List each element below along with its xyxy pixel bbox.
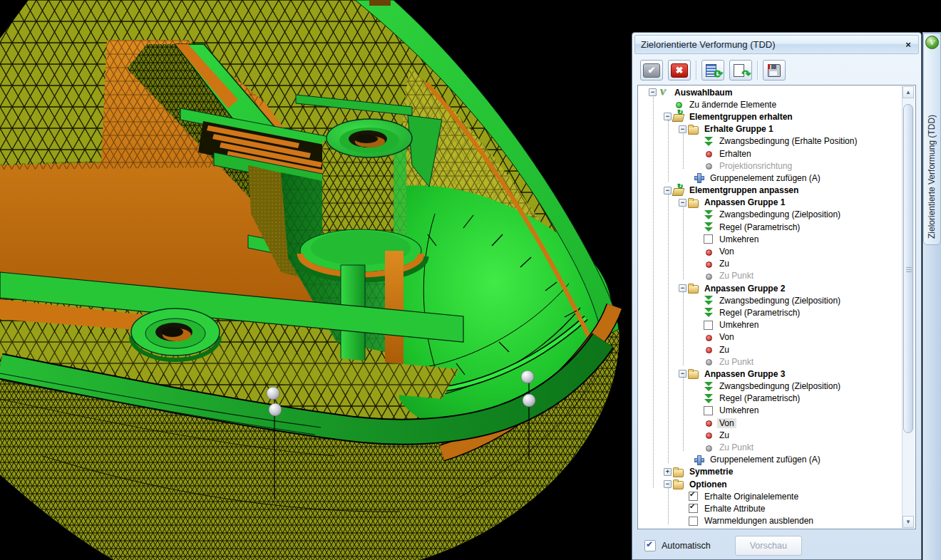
tree-item-zwangsbedingung-zielposition[interactable]: Zwangsbedingung (Zielposition)	[639, 294, 903, 306]
tree-item-zu[interactable]: Zu	[639, 343, 903, 356]
tree-item-zu-punkt[interactable]: Zu Punkt	[639, 441, 903, 453]
folder-icon	[688, 368, 699, 379]
tree-item-von[interactable]: Von	[639, 417, 903, 429]
chevrons-icon	[703, 295, 714, 306]
handle-sphere[interactable]	[521, 370, 534, 383]
tdd-dialog-panel: Zielorientierte Verformung (TDD) × ✔ ✖ ⟳…	[632, 32, 922, 560]
tree-indent-spacer	[694, 357, 703, 366]
tree-item-label: Zu ändernde Elemente	[687, 100, 778, 110]
collapse-icon[interactable]: −	[679, 370, 687, 378]
tree-item-symmetrie[interactable]: +Symmetrie	[639, 466, 903, 478]
tdd-side-tab[interactable]: Zielorientierte Verformung (TDD)	[923, 33, 941, 245]
tree-guide-line	[653, 95, 654, 487]
preview-button[interactable]: Vorschau	[735, 536, 802, 556]
page-arrow-icon: ↷	[733, 63, 749, 78]
tree-item-label: Optionen	[687, 479, 729, 489]
tree-item-label: Zwangsbedingung (Erhalte Position)	[717, 136, 859, 146]
close-icon[interactable]: ×	[901, 38, 915, 51]
tree-indent-spacer	[694, 259, 703, 269]
cancel-button[interactable]: ✖	[668, 60, 691, 81]
red-x-icon: ✖	[671, 63, 688, 78]
tree-indent-spacer	[694, 345, 703, 354]
tree-item-zwangsbedingung-zielposition[interactable]: Zwangsbedingung (Zielposition)	[639, 209, 903, 221]
tree-item-anpassen-gruppe-3[interactable]: −Anpassen Gruppe 3	[639, 368, 903, 380]
tree-item-gruppenelement-zufügen-a[interactable]: Gruppenelement zufügen (A)	[639, 454, 903, 466]
tree-indent-spacer	[694, 333, 703, 342]
tree-item-erhalte-gruppe-1[interactable]: −Erhalte Gruppe 1	[639, 123, 903, 135]
tree-item-label: Regel (Parametrisch)	[717, 393, 802, 403]
tree-item-regel-parametrisch[interactable]: Regel (Parametrisch)	[639, 221, 903, 233]
tree-item-regel-parametrisch[interactable]: Regel (Parametrisch)	[639, 393, 903, 405]
tree-item-label: Von	[717, 332, 736, 342]
tree-item-regel-parametrisch[interactable]: Regel (Parametrisch)	[639, 306, 903, 318]
folder-icon	[688, 197, 699, 208]
handle-sphere[interactable]	[523, 394, 535, 407]
chevrons-icon	[703, 222, 714, 232]
check-icon: ✔	[643, 63, 660, 78]
tree-item-auswahlbaum[interactable]: −Auswahlbaum	[639, 86, 903, 98]
dialog-titlebar[interactable]: Zielorientierte Verformung (TDD) ×	[634, 35, 919, 54]
tree-item-von[interactable]: Von	[639, 331, 903, 343]
tree-item-umkehren[interactable]: Umkehren	[639, 319, 903, 331]
checkbox-icon[interactable]	[703, 405, 714, 416]
dot-gray-icon	[703, 271, 714, 281]
tree-item-anpassen-gruppe-2[interactable]: −Anpassen Gruppe 2	[639, 282, 903, 294]
tree-item-zwangsbedingung-erhalte-position[interactable]: Zwangsbedingung (Erhalte Position)	[639, 135, 903, 147]
tree-item-zu[interactable]: Zu	[639, 258, 903, 270]
tree-item-erhalten[interactable]: Erhalten	[639, 147, 903, 160]
plus-icon	[694, 172, 705, 183]
tree-item-von[interactable]: Von	[639, 245, 903, 257]
tree-item-optionen[interactable]: −Optionen	[639, 478, 903, 490]
tree-item-elementgruppen-anpassen[interactable]: −Elementgruppen anpassen	[639, 185, 903, 197]
handle-sphere[interactable]	[267, 387, 279, 400]
tree-indent-spacer	[694, 149, 703, 158]
tree-scrollbar[interactable]: ▲ ▼	[902, 86, 915, 528]
tree-item-label: Regel (Parametrisch)	[717, 308, 802, 318]
checkbox-icon[interactable]	[688, 516, 699, 527]
dialog-title: Zielorientierte Verformung (TDD)	[641, 39, 901, 50]
tree-item-elementgruppen-erhalten[interactable]: −Elementgruppen erhalten	[639, 110, 903, 123]
checkbox-icon[interactable]	[688, 491, 699, 502]
tree-item-label: Zu Punkt	[717, 442, 756, 452]
tree-item-umkehren[interactable]: Umkehren	[639, 233, 903, 245]
update-from-list-button[interactable]: ⟳	[701, 60, 724, 81]
dot-red-icon	[703, 259, 714, 269]
tree-item-erhalte-originalelemente[interactable]: Erhalte Originalelemente	[639, 490, 903, 502]
tree-item-zu[interactable]: Zu	[639, 429, 903, 441]
scrollbar-thumb[interactable]	[903, 104, 913, 433]
handle-sphere[interactable]	[269, 403, 282, 416]
copy-result-button[interactable]: ↷	[729, 60, 752, 81]
tree-indent-spacer	[679, 492, 688, 501]
tree-item-zu-punkt[interactable]: Zu Punkt	[639, 356, 903, 368]
tree-item-label: Anpassen Gruppe 2	[702, 284, 787, 294]
tree-guide-line	[668, 488, 669, 525]
tree-item-umkehren[interactable]: Umkehren	[639, 405, 903, 417]
tree-item-label: Regel (Parametrisch)	[717, 222, 802, 232]
tree-indent-spacer	[679, 517, 688, 526]
tree-item-anpassen-gruppe-1[interactable]: −Anpassen Gruppe 1	[639, 197, 903, 209]
checkbox-icon[interactable]	[703, 234, 714, 244]
save-button[interactable]	[763, 60, 786, 81]
tree-indent-spacer	[694, 210, 703, 219]
scroll-up-icon[interactable]: ▲	[903, 86, 914, 98]
checkbox-icon[interactable]	[688, 503, 699, 514]
tree-item-label: Zwangsbedingung (Zielposition)	[717, 381, 843, 391]
automatic-checkbox[interactable]	[644, 540, 656, 551]
tree-item-warnmeldungen-ausblenden[interactable]: Warnmeldungen ausblenden	[639, 515, 903, 527]
tree-item-projektionsrichtung[interactable]: Projektionsrichtung	[639, 160, 903, 172]
toolbar-separator	[757, 61, 758, 80]
scroll-down-icon[interactable]: ▼	[903, 516, 914, 528]
tree-item-erhalte-attribute[interactable]: Erhalte Attribute	[639, 502, 903, 514]
collapse-icon[interactable]: −	[664, 480, 672, 488]
expand-icon[interactable]: +	[664, 468, 672, 476]
mesh-viewport-3d[interactable]	[0, 0, 630, 560]
tree-item-zwangsbedingung-zielposition[interactable]: Zwangsbedingung (Zielposition)	[639, 380, 903, 393]
tree-item-zu-punkt[interactable]: Zu Punkt	[639, 270, 903, 282]
tree-v-icon	[658, 87, 669, 98]
checkbox-icon[interactable]	[703, 320, 714, 331]
tree-item-label: Von	[717, 247, 736, 256]
tree-item-label: Erhalte Attribute	[702, 504, 767, 514]
tree-guide-line	[668, 120, 669, 182]
confirm-button[interactable]: ✔	[640, 60, 663, 81]
tree-indent-spacer	[694, 382, 703, 391]
